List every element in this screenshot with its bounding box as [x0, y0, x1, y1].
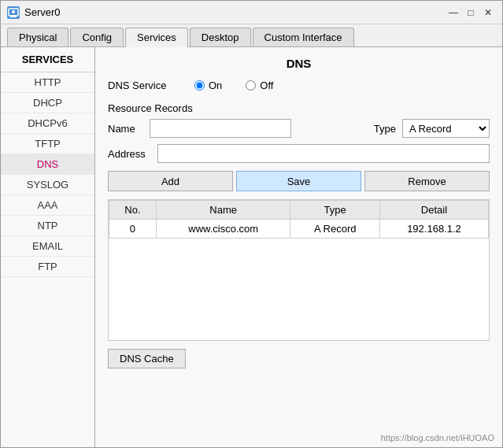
address-input[interactable]: [157, 144, 490, 163]
minimize-button[interactable]: —: [446, 5, 461, 20]
records-table-container: No. Name Type Detail 0www.cisco.comA Rec…: [108, 199, 490, 341]
dns-on-radio[interactable]: [194, 80, 205, 91]
col-name: Name: [156, 201, 290, 220]
close-button[interactable]: ✕: [480, 5, 496, 20]
dns-off-label: Off: [260, 80, 273, 91]
save-button[interactable]: Save: [236, 171, 361, 191]
tab-desktop[interactable]: Desktop: [190, 28, 251, 46]
svg-point-3: [12, 10, 15, 13]
window-title: Server0: [24, 6, 446, 18]
dns-service-label: DNS Service: [108, 80, 179, 91]
col-no: No.: [109, 201, 157, 220]
sidebar-item-dhcpv6[interactable]: DHCPv6: [1, 113, 94, 134]
action-button-row: Add Save Remove: [108, 171, 490, 191]
window-controls: — □ ✕: [446, 5, 496, 20]
dns-service-radio-group: On Off: [194, 80, 273, 91]
name-label: Name: [108, 123, 143, 135]
app-icon: [7, 6, 20, 19]
cell-type: A Record: [290, 220, 380, 239]
sidebar-item-http[interactable]: HTTP: [1, 72, 94, 93]
col-type: Type: [290, 201, 380, 220]
sidebar-item-aaa[interactable]: AAA: [1, 195, 94, 216]
sidebar-scroll: HTTP DHCP DHCPv6 TFTP DNS SYSLOG AAA NTP…: [1, 72, 94, 447]
sidebar-item-email[interactable]: EMAIL: [1, 236, 94, 257]
sidebar-item-syslog[interactable]: SYSLOG: [1, 175, 94, 195]
sidebar-item-dhcp[interactable]: DHCP: [1, 93, 94, 113]
svg-rect-1: [11, 15, 16, 17]
tab-config[interactable]: Config: [70, 28, 124, 46]
cell-name: www.cisco.com: [156, 220, 290, 239]
table-header-row: No. Name Type Detail: [109, 201, 489, 220]
dns-off-option[interactable]: Off: [246, 80, 273, 91]
resource-records-label: Resource Records: [108, 102, 490, 114]
remove-button[interactable]: Remove: [364, 171, 490, 191]
maximize-button[interactable]: □: [463, 5, 479, 20]
table-row[interactable]: 0www.cisco.comA Record192.168.1.2: [109, 220, 489, 239]
tab-bar: Physical Config Services Desktop Custom …: [1, 24, 502, 47]
tab-custom-interface[interactable]: Custom Interface: [253, 28, 354, 46]
sidebar-item-ntp[interactable]: NTP: [1, 216, 94, 236]
sidebar-item-ftp[interactable]: FTP: [1, 257, 94, 277]
tab-physical[interactable]: Physical: [7, 28, 68, 46]
records-table: No. Name Type Detail 0www.cisco.comA Rec…: [109, 200, 489, 239]
title-bar: Server0 — □ ✕: [1, 1, 502, 24]
address-row: Address: [108, 144, 490, 163]
dns-service-row: DNS Service On Off: [108, 80, 490, 91]
col-detail: Detail: [379, 201, 488, 220]
dns-off-radio[interactable]: [246, 80, 256, 91]
sidebar-item-dns[interactable]: DNS: [1, 154, 94, 175]
sidebar-header: SERVICES: [1, 47, 94, 72]
main-panel: DNS DNS Service On Off Resource Records: [95, 47, 502, 447]
panel-title: DNS: [108, 57, 490, 70]
name-input[interactable]: [150, 119, 291, 138]
sidebar-item-tftp[interactable]: TFTP: [1, 134, 94, 154]
dns-on-label: On: [209, 80, 222, 91]
content-area: SERVICES HTTP DHCP DHCPv6 TFTP DNS SYSLO…: [1, 47, 502, 447]
tab-services[interactable]: Services: [125, 28, 188, 47]
address-label: Address: [108, 148, 151, 160]
type-select[interactable]: A Record AAAA Record CNAME MX NS: [402, 119, 490, 138]
sidebar: SERVICES HTTP DHCP DHCPv6 TFTP DNS SYSLO…: [1, 47, 95, 447]
type-label: Type: [374, 123, 396, 135]
name-type-row: Name Type A Record AAAA Record CNAME MX …: [108, 119, 490, 138]
cell-detail: 192.168.1.2: [379, 220, 488, 239]
main-window: Server0 — □ ✕ Physical Config Services D…: [0, 0, 503, 448]
svg-rect-2: [10, 17, 17, 17]
dns-cache-button[interactable]: DNS Cache: [108, 349, 186, 368]
add-button[interactable]: Add: [108, 171, 233, 191]
dns-on-option[interactable]: On: [194, 80, 222, 91]
watermark: https://blog.csdn.net/iHUOAO: [381, 433, 494, 442]
cell-no: 0: [109, 220, 157, 239]
